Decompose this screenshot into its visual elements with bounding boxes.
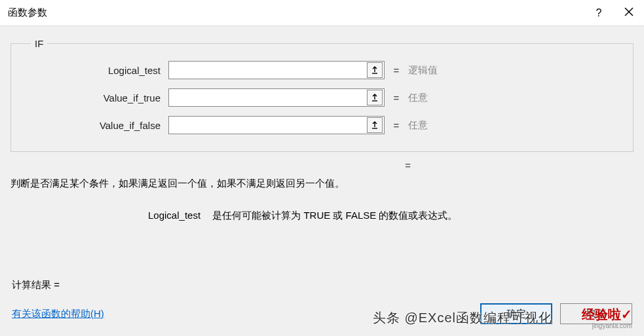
parameter-group: IF Logical_test = 逻辑值 Value_if_true = 任意	[10, 38, 634, 152]
collapse-dialog-button[interactable]	[367, 62, 383, 78]
collapse-dialog-button[interactable]	[367, 117, 383, 133]
ok-button[interactable]: 确定	[480, 303, 552, 324]
param-label: Logical_test	[24, 65, 168, 76]
help-button[interactable]: ?	[584, 0, 614, 26]
param-row-value-if-true: Value_if_true = 任意	[24, 88, 620, 107]
equals-sign: =	[385, 65, 408, 76]
parameter-help: Logical_test 是任何可能被计算为 TRUE 或 FALSE 的数值或…	[10, 210, 634, 222]
reference-picker-icon	[371, 120, 379, 131]
collapse-dialog-button[interactable]	[367, 90, 383, 105]
function-description: 判断是否满足某个条件，如果满足返回一个值，如果不满足则返回另一个值。	[10, 176, 634, 191]
dialog-footer: 计算结果 = 有关该函数的帮助(H) 确定 取消	[0, 270, 644, 336]
param-row-logical-test: Logical_test = 逻辑值	[24, 61, 620, 79]
titlebar: 函数参数 ?	[0, 0, 644, 26]
help-icon: ?	[596, 7, 602, 19]
calc-result-label: 计算结果 =	[12, 279, 632, 291]
param-label: Value_if_false	[24, 120, 168, 131]
value-if-false-input[interactable]	[169, 117, 367, 134]
param-label: Value_if_true	[24, 92, 168, 103]
param-help-text: 是任何可能被计算为 TRUE 或 FALSE 的数值或表达式。	[212, 210, 457, 221]
param-help-name: Logical_test	[148, 210, 200, 221]
equals-sign: =	[385, 92, 408, 103]
param-input-wrap	[168, 88, 385, 107]
value-if-true-input[interactable]	[169, 89, 367, 106]
param-input-wrap	[168, 116, 385, 134]
dialog-title: 函数参数	[8, 7, 584, 19]
param-hint: 任意	[408, 119, 428, 132]
function-name-legend: IF	[31, 38, 47, 49]
reference-picker-icon	[371, 92, 379, 103]
logical-test-input[interactable]	[169, 62, 367, 79]
param-input-wrap	[168, 61, 385, 79]
equals-sign: =	[385, 120, 408, 131]
close-icon	[624, 7, 634, 19]
cancel-button[interactable]: 取消	[560, 303, 632, 324]
footer-row: 有关该函数的帮助(H) 确定 取消	[12, 303, 632, 324]
close-button[interactable]	[614, 0, 644, 26]
function-help-link[interactable]: 有关该函数的帮助(H)	[12, 308, 104, 320]
param-hint: 任意	[408, 92, 428, 104]
param-hint: 逻辑值	[408, 64, 438, 77]
param-row-value-if-false: Value_if_false = 任意	[24, 116, 620, 134]
reference-picker-icon	[371, 65, 379, 76]
result-equals: =	[10, 160, 634, 172]
